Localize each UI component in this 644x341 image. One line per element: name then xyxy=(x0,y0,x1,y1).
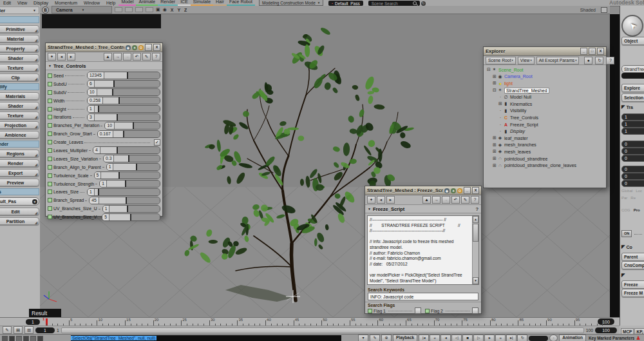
memo-cam-button[interactable] xyxy=(146,7,153,12)
animatable-led-icon[interactable] xyxy=(48,206,52,211)
rotate-value-field[interactable]: 0 xyxy=(621,155,644,162)
menu-window[interactable]: Window xyxy=(80,1,103,6)
toolbar-button-edit[interactable]: Edit◢ xyxy=(0,208,39,215)
object-mode-button[interactable]: Object xyxy=(621,37,644,45)
current-frame-field[interactable]: 1 xyxy=(35,327,55,333)
slider-track[interactable] xyxy=(101,172,160,179)
toolbar-button-shader[interactable]: Shader◢ xyxy=(0,102,39,110)
module-menu-animate[interactable]: Animate xyxy=(136,0,158,6)
tree-node-scene_root[interactable]: ⊟✶Scene_Root xyxy=(485,66,605,73)
viewport-letter-button[interactable]: B xyxy=(42,6,49,14)
tab-kp[interactable]: KP, xyxy=(634,328,644,334)
edit-keys-button[interactable]: ✎ xyxy=(370,335,380,341)
slider-handle[interactable] xyxy=(117,147,118,153)
menu-help[interactable]: Help xyxy=(103,1,118,6)
scrollbar-thumb[interactable] xyxy=(473,224,478,242)
expand-minus-icon[interactable]: ⊟ xyxy=(492,88,497,93)
help-icon[interactable]: ? xyxy=(471,196,479,204)
slider-handle[interactable] xyxy=(113,81,115,87)
menu-display[interactable]: Display xyxy=(30,1,52,6)
mode-button-re[interactable]: Re xyxy=(630,196,636,200)
recycle-icon[interactable]: ◉ xyxy=(126,45,131,50)
scale-value-field[interactable]: 1 xyxy=(621,121,644,128)
toolbar-button-clip[interactable]: Clip◢ xyxy=(0,73,39,81)
slider-handle[interactable] xyxy=(118,172,120,179)
close-button[interactable]: X xyxy=(472,187,479,194)
slider-track[interactable] xyxy=(115,122,160,129)
slider-track[interactable] xyxy=(114,155,160,162)
pass-select[interactable]: fault_Pas▼ xyxy=(0,197,39,206)
animatable-led-icon[interactable] xyxy=(48,157,52,161)
expand-plus-icon[interactable]: ⊞ xyxy=(492,149,497,154)
keys-icon[interactable]: ✦ xyxy=(132,45,137,50)
slider-track[interactable] xyxy=(113,164,160,170)
help-icon[interactable]: ? xyxy=(606,57,614,64)
edit-icon[interactable]: ✎ xyxy=(142,53,151,61)
stop-button[interactable]: ■ xyxy=(462,335,473,341)
toolbar-button-shader[interactable]: Shader◢ xyxy=(0,54,39,62)
select-tool-button[interactable]: ➤ xyxy=(621,15,643,37)
module-menu-hair[interactable]: Hair xyxy=(213,0,227,6)
cnscomp-button[interactable]: CnsComp xyxy=(621,261,644,269)
param-slider[interactable]: 1 xyxy=(102,205,160,213)
memo-cam-button[interactable] xyxy=(135,7,143,12)
step-forward-button[interactable]: ▸ xyxy=(484,335,495,341)
translate-value-field[interactable]: 0 xyxy=(621,166,644,173)
menu-edit[interactable]: Edit xyxy=(0,1,14,6)
recycle-icon[interactable]: ◉ xyxy=(444,188,450,193)
animatable-led-icon[interactable] xyxy=(368,309,372,313)
range-end-field[interactable]: 100 xyxy=(595,327,617,333)
animatable-led-icon[interactable] xyxy=(48,115,52,119)
next-key-button[interactable]: » xyxy=(495,335,506,341)
lock-icon[interactable]: ● xyxy=(584,57,592,64)
mode-button-global[interactable]: Global xyxy=(621,189,632,193)
first-frame-button[interactable]: |◂ xyxy=(419,335,429,341)
keys-icon[interactable]: ✦ xyxy=(451,188,456,193)
toolbar-button-projection[interactable]: Projection◢ xyxy=(0,121,39,129)
status-swatch-button[interactable] xyxy=(16,336,22,341)
construction-mode-select[interactable]: Modeling Construction Mode ▼ xyxy=(259,0,323,6)
mode-button-cog[interactable]: COG xyxy=(621,208,630,212)
animatable-led-icon[interactable] xyxy=(48,107,52,112)
rotate-value-field[interactable]: 0 xyxy=(621,141,644,148)
pencil-icon[interactable]: ✎ xyxy=(3,326,12,334)
tree-node-kinematics[interactable]: ⊞▮Kinematics xyxy=(485,101,605,108)
param-slider[interactable]: 5 xyxy=(94,171,160,179)
module-menu-ice[interactable]: ICE xyxy=(178,0,191,6)
param-checkbox[interactable]: ✓ xyxy=(154,139,160,146)
prev-key-button[interactable]: « xyxy=(430,335,440,341)
animatable-led-icon[interactable] xyxy=(48,123,52,128)
toolbar-button-render[interactable]: Render◢ xyxy=(0,159,39,167)
toolbar-button-partition[interactable]: Partition◢ xyxy=(0,217,39,225)
slider-handle[interactable] xyxy=(128,155,129,162)
axis-x-button[interactable]: X xyxy=(171,8,174,12)
tree-node-pointcloud_strandtree_clone_leaves[interactable]: ⊞∴pointcloud_strandtree_clone_leaves xyxy=(485,162,605,169)
minimize-button[interactable]: _ xyxy=(145,44,152,51)
status-swatch-button[interactable] xyxy=(30,336,36,341)
script-text[interactable]: //--------------------------------------… xyxy=(368,216,472,284)
module-menu-face-robot[interactable]: Face Robot xyxy=(227,0,255,6)
status-swatch-button[interactable] xyxy=(37,336,43,341)
scale-value-field[interactable]: 1 xyxy=(621,113,644,121)
flag-checkbox[interactable] xyxy=(415,307,421,314)
animatable-led-icon[interactable] xyxy=(48,73,52,78)
camera-view-select[interactable]: Camera ▼ xyxy=(52,6,112,14)
minimize-button[interactable]: _ xyxy=(464,187,471,194)
search-keywords-input[interactable]: INFO: Javascript code xyxy=(368,293,478,300)
explorer-titlebar[interactable]: Explorer _ □ X xyxy=(484,47,606,56)
animatable-led-icon[interactable] xyxy=(48,148,52,153)
keyframe-icon[interactable]: ✦ xyxy=(48,53,56,61)
slider-handle[interactable] xyxy=(117,114,118,121)
expand-minus-icon[interactable]: ⊟ xyxy=(486,67,491,72)
animatable-led-icon[interactable] xyxy=(48,140,52,144)
slider-handle[interactable] xyxy=(133,122,134,129)
next-button[interactable]: ▸ xyxy=(67,53,75,61)
toolbar-button-preview[interactable]: Preview xyxy=(0,179,39,186)
selection-field[interactable]: StrandTree xyxy=(621,65,644,73)
search-go-button[interactable]: ↻ xyxy=(421,1,426,6)
script-scrollbar[interactable]: ▲ ▼ xyxy=(472,216,478,284)
animatable-led-icon[interactable] xyxy=(48,99,52,103)
slider-track[interactable] xyxy=(104,72,160,79)
step-back-button[interactable]: ◂ xyxy=(440,335,451,341)
explorer-menu-scene-root[interactable]: Scene Root▾ xyxy=(486,57,516,64)
